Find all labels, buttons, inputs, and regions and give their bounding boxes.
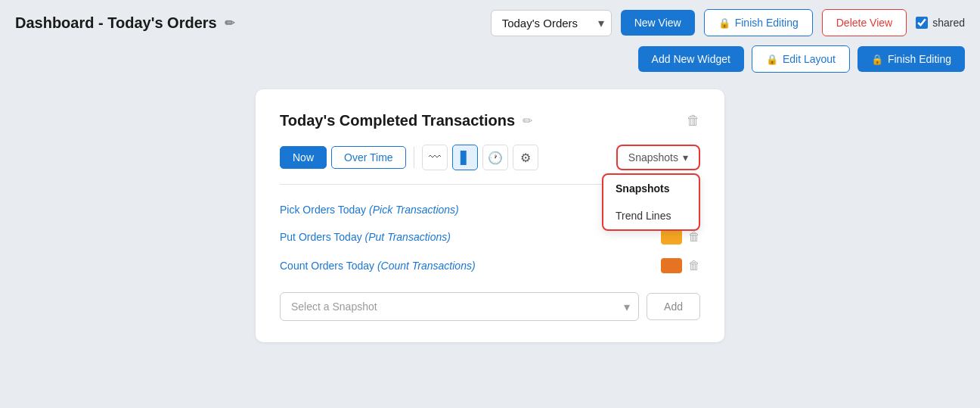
widget-edit-pencil-icon[interactable]: ✏ [523, 114, 532, 128]
snapshot-select-wrapper: Select a Snapshot ▾ [280, 292, 639, 321]
snapshots-wrapper: Snapshots ▾ Snapshots Trend Lines [616, 145, 700, 170]
tab-divider [414, 147, 414, 168]
dropdown-item-snapshots[interactable]: Snapshots [603, 175, 699, 202]
add-widget-button[interactable]: Add New Widget [638, 46, 744, 72]
put-orders-delete-icon[interactable]: 🗑 [688, 230, 700, 244]
add-snapshot-button[interactable]: Add [647, 293, 700, 320]
widget-title: Today's Completed Transactions [280, 112, 515, 129]
snapshots-dropdown-btn[interactable]: Snapshots ▾ [616, 145, 700, 170]
title-text: Dashboard - Today's Orders [15, 14, 217, 32]
table-row: Count Orders Today (Count Transactions) … [280, 251, 700, 280]
dashboard-title: Dashboard - Today's Orders ✏ [15, 14, 482, 32]
chart-line-icon: 〰 [429, 151, 441, 164]
dropdown-item-trend-lines[interactable]: Trend Lines [603, 202, 699, 229]
count-orders-delete-icon[interactable]: 🗑 [688, 259, 700, 273]
view-select-wrapper: Today's Orders ▾ [491, 10, 612, 36]
title-edit-icon[interactable]: ✏ [225, 16, 234, 30]
edit-layout-button[interactable]: 🔒 Edit Layout [752, 45, 850, 73]
count-orders-link[interactable]: Count Orders Today (Count Transactions) [280, 260, 476, 272]
snapshots-dropdown-menu: Snapshots Trend Lines [602, 173, 700, 231]
bar-chart-icon-btn[interactable]: ▋ [452, 145, 478, 170]
widget-card: Today's Completed Transactions ✏ 🗑 Now O… [256, 89, 724, 342]
tabs-row: Now Over Time 〰 ▋ 🕐 ⚙ Snapshots [280, 145, 700, 170]
finish-editing-button[interactable]: 🔒 Finish Editing [858, 46, 965, 72]
snapshots-chevron-icon: ▾ [683, 151, 688, 164]
snapshots-label: Snapshots [628, 151, 678, 164]
shared-checkbox[interactable] [916, 17, 928, 29]
snapshot-select[interactable]: Select a Snapshot [280, 292, 639, 321]
top-bar: Dashboard - Today's Orders ✏ Today's Ord… [0, 0, 980, 45]
count-orders-color-swatch[interactable] [661, 258, 682, 273]
chart-line-icon-btn[interactable]: 〰 [422, 145, 448, 170]
lock-icon-edit-layout: 🔒 [766, 54, 778, 65]
shared-wrapper: shared [916, 17, 965, 29]
widget-header: Today's Completed Transactions ✏ 🗑 [280, 112, 700, 129]
finish-editing-top-button[interactable]: 🔒 Finish Editing [704, 9, 813, 36]
pick-orders-link[interactable]: Pick Orders Today (Pick Transactions) [280, 204, 459, 216]
delete-view-button[interactable]: Delete View [822, 9, 907, 36]
settings-icon-btn[interactable]: ⚙ [513, 145, 538, 170]
count-orders-actions: 🗑 [661, 258, 700, 273]
bar-chart-icon: ▋ [461, 151, 470, 165]
widget-title-row: Today's Completed Transactions ✏ [280, 112, 532, 129]
lock-icon-top: 🔒 [718, 17, 730, 29]
put-orders-link[interactable]: Put Orders Today (Put Transactions) [280, 231, 451, 243]
clock-icon-btn[interactable]: 🕐 [482, 145, 508, 170]
lock-icon-finish: 🔒 [871, 54, 883, 65]
view-select[interactable]: Today's Orders [491, 10, 612, 36]
put-orders-color-swatch[interactable] [661, 229, 682, 244]
tab-now[interactable]: Now [280, 146, 327, 169]
shared-label: shared [932, 17, 965, 29]
put-orders-actions: 🗑 [661, 229, 700, 244]
select-snapshot-row: Select a Snapshot ▾ Add [280, 292, 700, 321]
tab-over-time[interactable]: Over Time [331, 146, 406, 169]
widget-delete-icon[interactable]: 🗑 [687, 113, 700, 129]
settings-icon: ⚙ [520, 151, 531, 165]
new-view-button[interactable]: New View [621, 10, 695, 36]
main-content: Today's Completed Transactions ✏ 🗑 Now O… [0, 82, 980, 350]
second-bar: Add New Widget 🔒 Edit Layout 🔒 Finish Ed… [0, 45, 980, 82]
clock-icon: 🕐 [488, 151, 503, 165]
